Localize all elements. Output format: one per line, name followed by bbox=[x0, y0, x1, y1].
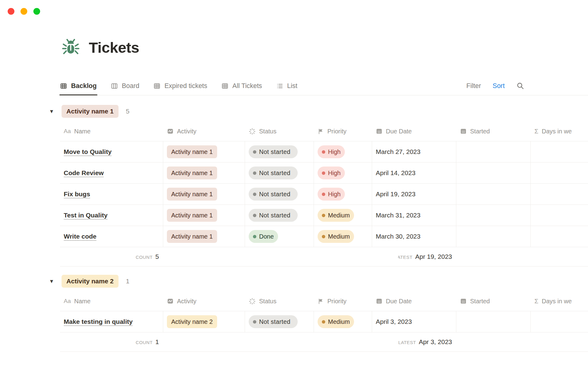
cell-days-in-week[interactable] bbox=[531, 141, 588, 162]
summary-count[interactable]: COUNT5 bbox=[60, 253, 163, 260]
status-tag: Not started bbox=[249, 167, 298, 179]
cell-name[interactable]: Make testing in quality bbox=[60, 311, 163, 332]
ticket-title-link[interactable]: Make testing in quality bbox=[64, 318, 133, 325]
cell-due-date[interactable]: March 27, 2023 bbox=[372, 141, 456, 162]
summary-count[interactable]: COUNT1 bbox=[60, 338, 163, 346]
cell-started[interactable] bbox=[456, 163, 531, 183]
column-label: Activity bbox=[177, 298, 196, 305]
column-header-priority[interactable]: Priority bbox=[314, 298, 372, 305]
filter-button[interactable]: Filter bbox=[466, 82, 481, 90]
cell-name[interactable]: Test in Quality bbox=[60, 205, 163, 226]
cell-name[interactable]: Fix bugs bbox=[60, 184, 163, 205]
cell-activity[interactable]: Activity name 1 bbox=[163, 226, 245, 247]
bug-icon[interactable] bbox=[61, 37, 81, 58]
ticket-title-link[interactable]: Write code bbox=[64, 233, 96, 240]
view-tabs: BacklogBoardExpired ticketsAll TicketsLi… bbox=[60, 77, 297, 95]
cell-priority[interactable]: Medium bbox=[314, 205, 372, 226]
column-header-name[interactable]: AaName bbox=[60, 128, 163, 135]
calendar-icon bbox=[460, 298, 467, 305]
minimize-button[interactable] bbox=[21, 8, 27, 15]
sort-button[interactable]: Sort bbox=[493, 82, 505, 90]
column-header-started[interactable]: Started bbox=[456, 128, 531, 135]
cell-due-date[interactable]: March 31, 2023 bbox=[372, 205, 456, 226]
group-name-tag[interactable]: Activity name 1 bbox=[62, 105, 119, 117]
tab-backlog[interactable]: Backlog bbox=[60, 77, 97, 95]
tab-list[interactable]: List bbox=[276, 77, 297, 95]
ticket-title-link[interactable]: Move to Quality bbox=[64, 148, 111, 155]
tag-label: Not started bbox=[259, 170, 290, 176]
cell-priority[interactable]: High bbox=[314, 163, 372, 183]
column-header-name[interactable]: AaName bbox=[60, 298, 163, 305]
cell-status[interactable]: Not started bbox=[245, 163, 314, 183]
close-button[interactable] bbox=[8, 8, 14, 15]
group-name-tag[interactable]: Activity name 2 bbox=[62, 275, 119, 287]
summary-latest[interactable]: LATESTApr 19, 2023 bbox=[372, 253, 456, 260]
tab-expired-tickets[interactable]: Expired tickets bbox=[153, 77, 207, 95]
column-header-due[interactable]: Due Date bbox=[372, 128, 456, 135]
cell-status[interactable]: Not started bbox=[245, 141, 314, 162]
cell-days-in-week[interactable] bbox=[531, 205, 588, 226]
priority-tag: Medium bbox=[318, 315, 354, 328]
search-icon[interactable] bbox=[516, 82, 524, 90]
column-header-due[interactable]: Due Date bbox=[372, 298, 456, 305]
cell-name[interactable]: Write code bbox=[60, 226, 163, 247]
cell-started[interactable] bbox=[456, 311, 531, 332]
column-header-status[interactable]: Status bbox=[245, 298, 314, 305]
group-collapse-toggle[interactable]: ▼ bbox=[49, 109, 54, 114]
cell-activity[interactable]: Activity name 1 bbox=[163, 205, 245, 226]
cell-started[interactable] bbox=[456, 226, 531, 247]
cell-activity[interactable]: Activity name 1 bbox=[163, 163, 245, 183]
cell-priority[interactable]: High bbox=[314, 184, 372, 205]
column-header-priority[interactable]: Priority bbox=[314, 128, 372, 135]
status-spinner-icon bbox=[249, 298, 256, 305]
tag-dot bbox=[322, 193, 325, 196]
cell-due-date[interactable]: April 3, 2023 bbox=[372, 311, 456, 332]
cell-started[interactable] bbox=[456, 184, 531, 205]
cell-due-date[interactable]: April 19, 2023 bbox=[372, 184, 456, 205]
column-label: Status bbox=[259, 298, 277, 305]
cell-days-in-week[interactable] bbox=[531, 184, 588, 205]
cell-name[interactable]: Code Review bbox=[60, 163, 163, 183]
column-header-activity[interactable]: Activity bbox=[163, 298, 245, 305]
tag-label: Done bbox=[259, 233, 274, 240]
column-header-activity[interactable]: Activity bbox=[163, 128, 245, 135]
cell-activity[interactable]: Activity name 1 bbox=[163, 141, 245, 162]
cell-days-in-week[interactable] bbox=[531, 226, 588, 247]
zoom-button[interactable] bbox=[33, 8, 40, 15]
cell-status[interactable]: Not started bbox=[245, 184, 314, 205]
cell-started[interactable] bbox=[456, 141, 531, 162]
cell-priority[interactable]: High bbox=[314, 141, 372, 162]
column-label: Priority bbox=[327, 298, 346, 305]
cell-status[interactable]: Done bbox=[245, 226, 314, 247]
priority-tag: Medium bbox=[318, 230, 354, 243]
summary-latest[interactable]: LATESTApr 3, 2023 bbox=[372, 338, 456, 346]
column-header-status[interactable]: Status bbox=[245, 128, 314, 135]
cell-name[interactable]: Move to Quality bbox=[60, 141, 163, 162]
group-summary-row: COUNT5LATESTApr 19, 2023 bbox=[60, 247, 588, 266]
cell-priority[interactable]: Medium bbox=[314, 311, 372, 332]
column-header-started[interactable]: Started bbox=[456, 298, 531, 305]
cell-activity[interactable]: Activity name 2 bbox=[163, 311, 245, 332]
column-header-days[interactable]: ΣDays in we bbox=[531, 298, 588, 305]
ticket-title-link[interactable]: Code Review bbox=[64, 169, 104, 177]
cell-due-date[interactable]: March 30, 2023 bbox=[372, 226, 456, 247]
cell-status[interactable]: Not started bbox=[245, 311, 314, 332]
tab-all-tickets[interactable]: All Tickets bbox=[221, 77, 262, 95]
view-controls: Filter Sort bbox=[466, 77, 524, 95]
summary-latest-value: Apr 19, 2023 bbox=[415, 253, 452, 260]
cell-due-date[interactable]: April 14, 2023 bbox=[372, 163, 456, 183]
cell-priority[interactable]: Medium bbox=[314, 226, 372, 247]
cell-days-in-week[interactable] bbox=[531, 311, 588, 332]
tab-board[interactable]: Board bbox=[111, 77, 139, 95]
cell-days-in-week[interactable] bbox=[531, 163, 588, 183]
group-collapse-toggle[interactable]: ▼ bbox=[49, 279, 54, 284]
cell-status[interactable]: Not started bbox=[245, 205, 314, 226]
cell-activity[interactable]: Activity name 1 bbox=[163, 184, 245, 205]
page-title[interactable]: Tickets bbox=[89, 39, 139, 56]
column-header-days[interactable]: ΣDays in we bbox=[531, 128, 588, 135]
column-label: Status bbox=[259, 128, 277, 135]
ticket-title-link[interactable]: Test in Quality bbox=[64, 212, 107, 219]
ticket-title-link[interactable]: Fix bugs bbox=[64, 190, 90, 198]
column-label: Days in we bbox=[542, 298, 572, 305]
cell-started[interactable] bbox=[456, 205, 531, 226]
